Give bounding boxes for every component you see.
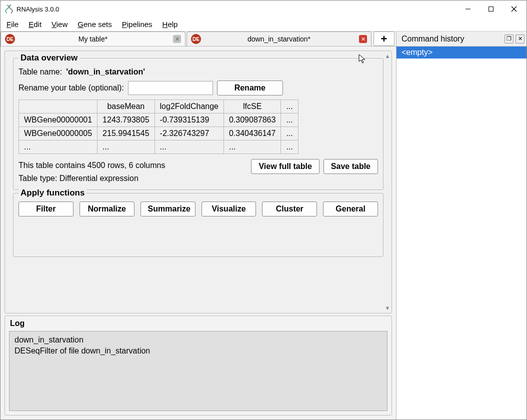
menubar: File Edit View Gene sets Pipelines Help xyxy=(0,18,526,32)
table-cell: ... xyxy=(281,127,298,140)
command-history-item[interactable]: <empty> xyxy=(396,46,526,58)
table-cell: ... xyxy=(224,140,280,154)
window-title: RNAlysis 3.0.0 xyxy=(16,6,59,13)
view-full-table-button[interactable]: View full table xyxy=(251,159,319,174)
general-button[interactable]: General xyxy=(323,202,378,216)
cluster-button[interactable]: Cluster xyxy=(262,202,317,216)
normalize-button[interactable]: Normalize xyxy=(80,202,134,216)
table-cell: 1243.793805 xyxy=(98,114,154,127)
scrollbar[interactable]: ▲▼ xyxy=(384,53,392,311)
menu-gene-sets[interactable]: Gene sets xyxy=(78,20,112,28)
rows-info: This table contains 4500 rows, 6 columns xyxy=(18,159,165,172)
filter-button[interactable]: Filter xyxy=(18,202,74,216)
log-line: DESeqFilter of file down_in_starvation xyxy=(14,346,382,356)
table-cell: -2.326743297 xyxy=(154,127,224,140)
log-line: down_in_starvation xyxy=(14,334,382,346)
rename-button[interactable]: Rename xyxy=(217,80,283,96)
menu-file[interactable]: File xyxy=(6,20,18,28)
table-cell: ... xyxy=(98,140,154,154)
command-history-title: Command history xyxy=(402,34,464,44)
tab-close-icon[interactable]: ✕ xyxy=(359,35,367,43)
table-header xyxy=(19,100,98,114)
table-header: baseMean xyxy=(98,100,154,114)
plus-icon: + xyxy=(381,32,388,46)
rename-label: Rename your table (optional): xyxy=(18,84,124,92)
close-icon[interactable]: ✕ xyxy=(516,34,524,44)
menu-pipelines[interactable]: Pipelines xyxy=(122,20,152,28)
menu-help[interactable]: Help xyxy=(162,20,178,28)
tabbar: DE My table* ✕ DE down_in_starvation* ✕ … xyxy=(0,32,396,46)
svg-rect-1 xyxy=(489,7,494,12)
app-icon xyxy=(4,4,14,14)
table-preview: baseMeanlog2FoldChangelfcSE... WBGene000… xyxy=(18,100,298,154)
table-row: ............... xyxy=(19,140,298,154)
tab-badge-de-icon: DE xyxy=(191,34,201,44)
table-name-value: 'down_in_starvation' xyxy=(66,68,145,76)
dock-icon[interactable]: ❐ xyxy=(504,34,514,44)
visualize-button[interactable]: Visualize xyxy=(202,202,256,216)
tab-close-icon[interactable]: ✕ xyxy=(173,35,181,43)
table-cell: WBGene00000001 xyxy=(19,114,98,127)
table-cell: ... xyxy=(19,140,98,154)
tab-down-in-starvation[interactable]: DE down_in_starvation* ✕ xyxy=(186,32,372,46)
titlebar: RNAlysis 3.0.0 xyxy=(0,0,526,18)
table-header: ... xyxy=(281,100,298,114)
table-header: lfcSE xyxy=(224,100,280,114)
type-info: Table type: Differential expression xyxy=(18,172,165,185)
log-title: Log xyxy=(9,318,388,331)
table-cell: ... xyxy=(281,140,298,154)
table-row: WBGene00000005215.9941545-2.3267432970.3… xyxy=(19,127,298,140)
table-cell: 0.340436147 xyxy=(224,127,280,140)
rename-input[interactable] xyxy=(128,81,213,95)
table-cell: ... xyxy=(281,114,298,127)
table-cell: ... xyxy=(154,140,224,154)
table-cell: 215.9941545 xyxy=(98,127,154,140)
new-tab-button[interactable]: + xyxy=(374,32,394,46)
group-title: Apply functions xyxy=(18,188,86,198)
table-name-label: Table name: xyxy=(18,68,62,76)
close-button[interactable] xyxy=(502,2,526,16)
menu-view[interactable]: View xyxy=(52,20,68,28)
tab-badge-de-icon: DE xyxy=(5,34,15,44)
tab-label: My table* xyxy=(78,35,108,43)
log-section: Log down_in_starvation DESeqFilter of fi… xyxy=(4,316,392,416)
tab-my-table[interactable]: DE My table* ✕ xyxy=(0,32,186,46)
table-row: WBGene000000011243.793805-0.7393151390.3… xyxy=(19,114,298,127)
table-cell: 0.309087863 xyxy=(224,114,280,127)
log-box[interactable]: down_in_starvation DESeqFilter of file d… xyxy=(9,331,388,411)
table-cell: -0.739315139 xyxy=(154,114,224,127)
maximize-button[interactable] xyxy=(480,2,502,16)
summarize-button[interactable]: Summarize xyxy=(140,202,196,216)
save-table-button[interactable]: Save table xyxy=(324,159,378,174)
table-cell: WBGene00000005 xyxy=(19,127,98,140)
data-overview-group: Data overview Table name: 'down_in_starv… xyxy=(13,58,384,190)
group-title: Data overview xyxy=(18,53,80,63)
tab-label: down_in_starvation* xyxy=(248,35,310,43)
command-history-panel: Command history ❐ ✕ <empty> xyxy=(396,32,526,420)
menu-edit[interactable]: Edit xyxy=(28,20,42,28)
apply-functions-group: Apply functions FilterNormalizeSummarize… xyxy=(13,193,384,257)
table-header: log2FoldChange xyxy=(154,100,224,114)
minimize-button[interactable] xyxy=(456,2,480,16)
cursor-icon xyxy=(358,54,366,64)
